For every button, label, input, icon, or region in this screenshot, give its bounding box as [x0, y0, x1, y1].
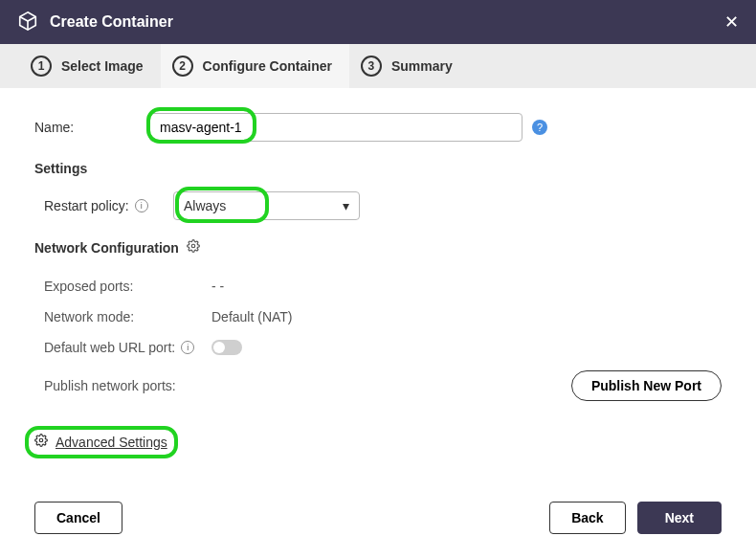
name-input[interactable]: [149, 113, 523, 142]
settings-heading: Settings: [34, 161, 722, 176]
network-mode-value: Default (NAT): [211, 309, 293, 324]
cancel-button[interactable]: Cancel: [34, 502, 122, 534]
step-number: 2: [172, 56, 193, 77]
restart-policy-row: Restart policy: i Always ▾: [44, 191, 722, 220]
publish-ports-row: Publish network ports: Publish New Port: [44, 363, 722, 409]
name-label: Name:: [34, 120, 149, 135]
chevron-down-icon: ▾: [343, 198, 349, 213]
default-url-port-label: Default web URL port: i: [44, 340, 211, 355]
step-number: 1: [31, 56, 52, 77]
step-label: Configure Container: [203, 58, 332, 74]
network-heading: Network Configuration: [34, 239, 722, 256]
publish-new-port-button[interactable]: Publish New Port: [571, 370, 722, 401]
restart-policy-label: Restart policy: i: [44, 198, 173, 213]
default-url-port-row: Default web URL port: i: [44, 332, 722, 363]
svg-point-0: [191, 244, 195, 248]
network-mode-label: Network mode:: [44, 309, 211, 324]
container-icon: [17, 11, 38, 34]
step-label: Select Image: [61, 58, 144, 74]
modal-header: Create Container ✕: [0, 0, 756, 44]
name-row: Name: ?: [34, 113, 722, 142]
step-summary[interactable]: 3 Summary: [349, 44, 470, 88]
exposed-ports-row: Exposed ports: - -: [44, 271, 722, 302]
exposed-ports-value: - -: [211, 279, 224, 294]
exposed-ports-label: Exposed ports:: [44, 279, 211, 294]
info-icon[interactable]: i: [135, 199, 148, 212]
stepper: 1 Select Image 2 Configure Container 3 S…: [0, 44, 756, 88]
help-icon[interactable]: ?: [532, 120, 547, 135]
network-mode-row: Network mode: Default (NAT): [44, 302, 722, 332]
close-icon[interactable]: ✕: [724, 11, 739, 33]
publish-ports-label: Publish network ports:: [44, 378, 211, 393]
step-select-image[interactable]: 1 Select Image: [19, 44, 161, 88]
info-icon[interactable]: i: [181, 341, 194, 354]
step-label: Summary: [391, 58, 453, 74]
advanced-settings-link[interactable]: Advanced Settings: [34, 434, 167, 450]
svg-point-1: [39, 438, 43, 442]
default-url-port-toggle[interactable]: [211, 340, 242, 355]
next-button[interactable]: Next: [637, 502, 722, 534]
step-number: 3: [361, 56, 382, 77]
select-value: Always: [184, 198, 226, 213]
restart-policy-select[interactable]: Always ▾: [173, 191, 360, 220]
step-configure-container[interactable]: 2 Configure Container: [161, 44, 349, 88]
advanced-settings-label: Advanced Settings: [56, 435, 167, 450]
gear-icon[interactable]: [187, 239, 200, 256]
back-button[interactable]: Back: [549, 502, 625, 534]
footer: Cancel Back Next: [0, 502, 756, 534]
modal-title: Create Container: [50, 13, 173, 31]
gear-icon: [34, 434, 48, 450]
